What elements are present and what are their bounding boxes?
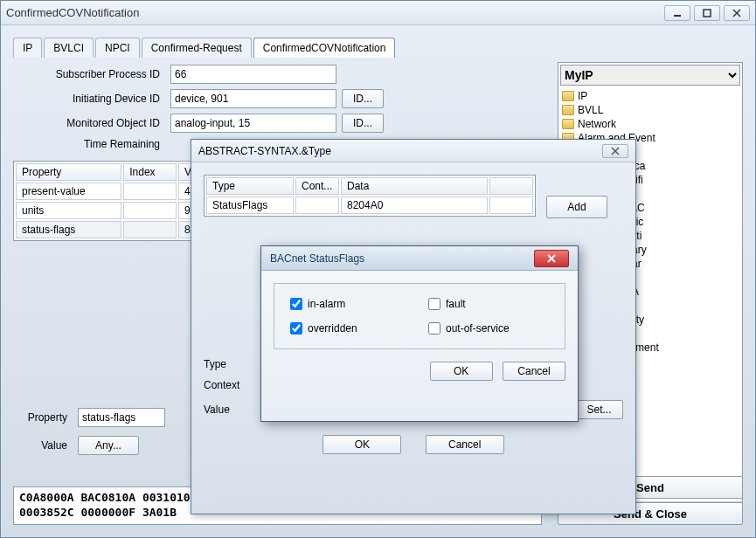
window-controls [664,5,750,21]
monitored-label: Monitored Object ID [13,117,170,129]
col-cont[interactable]: Cont... [295,177,339,195]
svg-rect-1 [704,10,711,17]
checkbox-overridden[interactable]: overridden [290,322,411,335]
context-label: Context [204,379,249,391]
checkbox-input[interactable] [290,298,302,310]
ip-dropdown[interactable]: MyIP [560,65,740,86]
checkbox-outofservice[interactable]: out-of-service [428,322,549,335]
checkbox-inalarm[interactable]: in-alarm [290,298,411,310]
time-remaining-label: Time Remaining [13,138,170,150]
syntax-table: Type Cont... Data StatusFlags 8204A0 [204,175,536,217]
dialog-close-button[interactable] [534,250,569,267]
any-button[interactable]: Any... [78,436,139,455]
checkbox-input[interactable] [290,322,302,335]
folder-icon [562,119,574,129]
tab-confirmed-request[interactable]: Confirmed-Request [142,38,252,58]
close-button[interactable] [724,5,750,21]
tree-item[interactable]: IP [560,89,740,103]
set-button[interactable]: Set... [575,400,623,419]
monitored-id-button[interactable]: ID... [342,114,384,133]
initiating-input[interactable] [170,89,336,108]
checkbox-input[interactable] [428,322,440,335]
value-label-m1: Value [204,404,249,416]
initiating-label: Initiating Device ID [13,93,170,105]
lower-form: Property Value Any... [17,408,165,460]
dialog-titlebar: BACnet StatusFlags [261,246,578,271]
tab-confirmed-cov-notification[interactable]: ConfirmedCOVNotification [253,38,396,58]
tab-ip[interactable]: IP [13,38,42,58]
col-type[interactable]: Type [206,177,294,195]
tree-item[interactable]: Network [560,117,740,131]
col-property[interactable]: Property [16,163,121,181]
value-label: Value [17,439,78,452]
titlebar: ConfirmedCOVNotification [1,1,755,25]
table-row[interactable]: StatusFlags 8204A0 [206,197,533,214]
col-index[interactable]: Index [123,163,177,181]
tab-bvlci[interactable]: BVLCI [44,38,94,58]
property-label: Property [17,411,78,424]
subscriber-label: Subscriber Process ID [13,68,170,80]
type-label: Type [204,358,249,370]
cancel-button[interactable]: Cancel [426,435,504,454]
tree-item[interactable]: BVLL [560,103,740,117]
maximize-button[interactable] [694,5,720,21]
ok-button[interactable]: OK [323,435,401,454]
window-title: ConfirmedCOVNotification [6,6,664,19]
ok-button[interactable]: OK [430,362,493,381]
col-data[interactable]: Data [341,177,488,195]
dialog-title: BACnet StatusFlags [270,252,534,265]
folder-icon [562,105,574,115]
tab-npci[interactable]: NPCI [95,38,140,58]
status-flags-dialog: BACnet StatusFlags in-alarmfaultoverridd… [260,245,579,422]
property-input[interactable] [78,408,165,427]
initiating-id-button[interactable]: ID... [342,89,384,108]
subscriber-input[interactable] [170,65,336,84]
folder-icon [562,91,574,101]
checkbox-input[interactable] [428,298,440,310]
minimize-button[interactable] [664,5,690,21]
tab-strip: IP BVLCI NPCI Confirmed-Request Confirme… [13,38,743,58]
dialog-titlebar: ABSTRACT-SYNTAX.&Type [191,140,635,162]
checkbox-group: in-alarmfaultoverriddenout-of-service [274,283,565,349]
dialog-title: ABSTRACT-SYNTAX.&Type [198,145,602,157]
checkbox-fault[interactable]: fault [428,298,549,310]
monitored-input[interactable] [170,114,336,133]
dialog-close-button[interactable] [602,144,628,158]
cancel-button[interactable]: Cancel [503,362,565,381]
add-button[interactable]: Add [546,196,607,218]
